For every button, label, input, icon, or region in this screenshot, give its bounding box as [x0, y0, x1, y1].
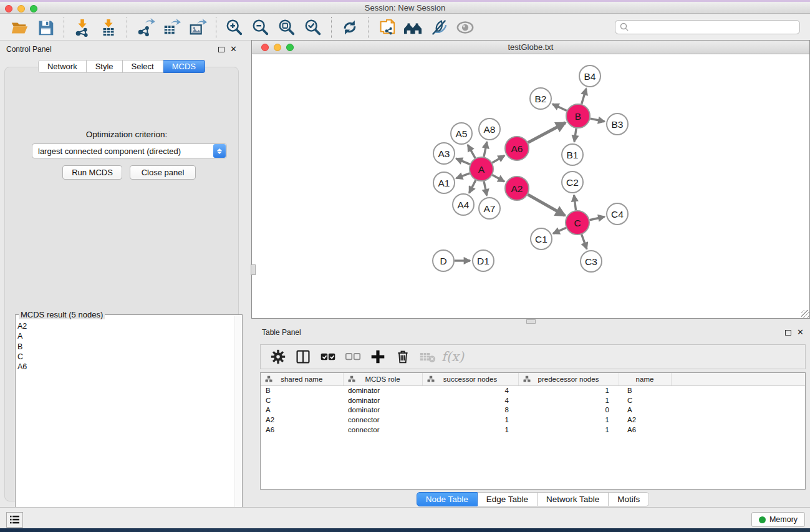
edge-C-C2[interactable] — [574, 195, 576, 210]
show-columns-icon[interactable] — [292, 346, 314, 367]
tab-mcds[interactable]: MCDS — [163, 60, 205, 73]
table-row[interactable]: A6connector11A6 — [261, 425, 805, 435]
mcds-result-title: MCDS result (5 nodes) — [19, 310, 105, 319]
float-panel-icon[interactable] — [785, 330, 791, 336]
edge-A-A3[interactable] — [456, 158, 470, 164]
hide-annotations-icon[interactable] — [428, 16, 450, 39]
edge-B-B1[interactable] — [574, 128, 576, 142]
control-panel: Control Panel ✕ NetworkStyleSelectMCDS O… — [0, 41, 243, 507]
export-network-icon[interactable] — [134, 16, 157, 39]
result-scrollbar[interactable] — [234, 316, 241, 521]
edge-A-A5[interactable] — [468, 145, 475, 158]
mcds-tab-content: Optimization criterion: largest connecte… — [4, 67, 239, 501]
zoom-fit-icon[interactable] — [276, 16, 298, 39]
edge-B-B2[interactable] — [552, 104, 567, 111]
result-item[interactable]: B — [17, 342, 234, 352]
dropdown-stepper-icon — [213, 144, 226, 158]
edge-A6-B[interactable] — [528, 123, 566, 143]
tab-edge-table[interactable]: Edge Table — [478, 492, 538, 506]
save-session-icon[interactable] — [34, 16, 57, 39]
node-table[interactable]: shared nameMCDS rolesuccessor nodesprede… — [260, 372, 806, 490]
tab-select[interactable]: Select — [123, 60, 163, 73]
edge-B-B4[interactable] — [582, 89, 586, 104]
search-input[interactable] — [632, 23, 795, 32]
column-attribute-icon — [523, 375, 531, 382]
edge-C-C3[interactable] — [582, 235, 587, 249]
function-builder-icon[interactable]: f(x) — [442, 346, 463, 367]
tab-motifs[interactable]: Motifs — [609, 492, 649, 506]
memory-label: Memory — [769, 515, 798, 524]
result-item[interactable]: A6 — [17, 362, 234, 372]
search-field[interactable] — [615, 20, 800, 34]
edge-A2-C[interactable] — [528, 195, 565, 216]
run-mcds-button[interactable]: Run MCDS — [62, 165, 122, 180]
result-item[interactable]: A — [17, 331, 234, 341]
import-network-icon[interactable] — [71, 16, 94, 39]
network-graph-canvas[interactable]: AA1A2A3A4A5A6A7A8BB1B2B3B4CC1C2C3C4DD1 — [252, 55, 809, 318]
create-column-plus-icon[interactable] — [367, 346, 388, 367]
close-panel-icon[interactable]: ✕ — [797, 329, 804, 336]
task-history-list-button[interactable] — [6, 512, 23, 528]
node-label-A: A — [478, 164, 485, 175]
edge-A-A8[interactable] — [484, 142, 487, 157]
edge-C-C1[interactable] — [553, 228, 566, 233]
memory-button[interactable]: Memory — [751, 512, 805, 527]
column-header-mcds-role[interactable]: MCDS role — [343, 373, 422, 385]
edge-A-A7[interactable] — [484, 181, 487, 196]
table-row[interactable]: A2connector11A2 — [261, 415, 805, 425]
tab-network[interactable]: Network — [38, 60, 87, 73]
float-panel-icon[interactable] — [218, 47, 224, 52]
refresh-icon[interactable] — [339, 16, 361, 39]
node-label-B2: B2 — [535, 94, 547, 104]
network-document-icon[interactable] — [375, 16, 398, 39]
horizontal-splitter-handle[interactable] — [526, 319, 536, 324]
column-attribute-icon — [427, 375, 435, 382]
open-file-icon[interactable] — [8, 16, 31, 39]
result-item[interactable]: C — [17, 352, 234, 362]
deselect-all-icon[interactable] — [342, 346, 364, 367]
show-graphics-icon[interactable] — [454, 16, 476, 39]
zoom-in-icon[interactable] — [223, 16, 246, 39]
network-maximize-button[interactable] — [286, 44, 294, 51]
maximize-window-button[interactable] — [30, 5, 37, 12]
minimize-window-button[interactable] — [17, 5, 25, 12]
column-header-name[interactable]: name — [619, 373, 671, 385]
column-header-shared-name[interactable]: shared name — [261, 373, 343, 385]
vertical-splitter-handle[interactable] — [251, 264, 256, 275]
close-panel-button[interactable]: Close panel — [130, 165, 196, 180]
select-all-icon[interactable] — [317, 346, 339, 367]
export-image-icon[interactable] — [186, 16, 209, 39]
resize-handle-icon[interactable] — [801, 310, 809, 318]
edge-B-B3[interactable] — [591, 118, 605, 122]
zoom-selected-icon[interactable] — [302, 16, 324, 39]
home-layout-icon[interactable] — [402, 16, 424, 39]
edge-A-A2[interactable] — [493, 175, 504, 181]
criterion-dropdown[interactable]: largest connected component (directed) — [32, 143, 227, 158]
close-panel-icon[interactable]: ✕ — [230, 46, 237, 52]
table-row[interactable]: Cdominator41C — [261, 395, 805, 405]
table-settings-gear-icon[interactable] — [268, 346, 289, 367]
mcds-result-list[interactable]: A2ABCA6 — [17, 321, 234, 520]
table-row[interactable]: Bdominator41B — [261, 385, 805, 395]
edge-A-A1[interactable] — [456, 173, 470, 178]
column-header-predecessor-nodes[interactable]: predecessor nodes — [518, 373, 619, 385]
table-row[interactable]: Adominator80A — [261, 405, 805, 415]
tab-style[interactable]: Style — [87, 60, 123, 73]
toolbar-separator — [368, 17, 369, 38]
network-minimize-button[interactable] — [274, 44, 281, 51]
close-window-button[interactable] — [5, 5, 12, 12]
tab-network-table[interactable]: Network Table — [538, 492, 609, 506]
column-header-successor-nodes[interactable]: successor nodes — [422, 373, 518, 385]
import-table-icon[interactable] — [97, 16, 120, 39]
edge-A-A4[interactable] — [470, 180, 476, 193]
tab-node-table[interactable]: Node Table — [417, 492, 478, 506]
export-table-icon[interactable] — [160, 16, 183, 39]
edge-C-C4[interactable] — [590, 216, 605, 220]
control-panel-tabs: NetworkStyleSelectMCDS — [0, 60, 243, 73]
delete-table-icon[interactable] — [417, 346, 438, 367]
result-item[interactable]: A2 — [17, 321, 234, 331]
network-close-button[interactable] — [261, 44, 269, 51]
edge-A-A6[interactable] — [492, 156, 504, 163]
zoom-out-icon[interactable] — [249, 16, 272, 39]
delete-column-trash-icon[interactable] — [392, 346, 413, 367]
